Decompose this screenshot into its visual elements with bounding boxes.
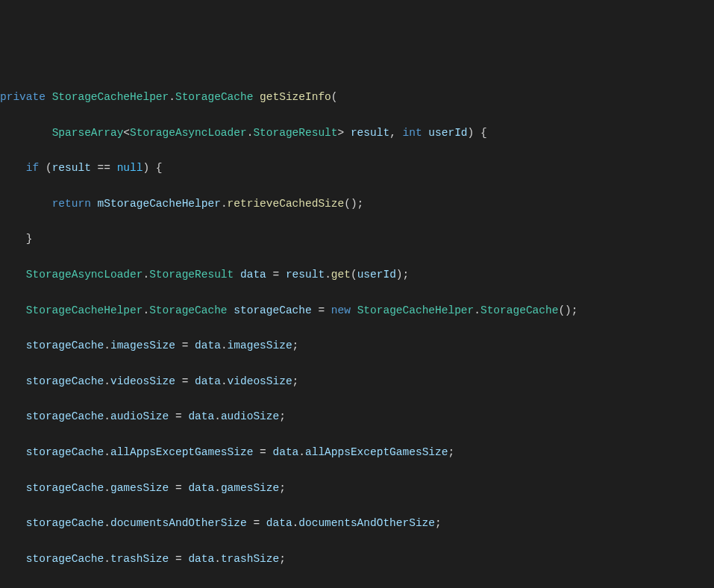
variable: result: [286, 269, 325, 281]
code-line: storageCache.documentsAndOtherSize = dat…: [0, 515, 714, 533]
keyword-int: int: [403, 127, 422, 139]
type-name: StorageCache: [480, 304, 558, 316]
field: documentsAndOtherSize: [298, 517, 435, 529]
type-name: StorageAsyncLoader: [130, 127, 247, 139]
variable: storageCache: [26, 410, 104, 422]
method-name: getSizeInfo: [260, 91, 331, 103]
field: trashSize: [110, 553, 169, 565]
variable: data: [188, 410, 214, 422]
variable: result: [52, 162, 91, 174]
variable: storageCache: [26, 446, 104, 458]
variable: storageCache: [26, 340, 104, 351]
code-line: StorageAsyncLoader.StorageResult data = …: [0, 266, 714, 284]
type-name: StorageCacheHelper: [52, 91, 169, 103]
code-line: storageCache.imagesSize = data.imagesSiz…: [0, 337, 714, 355]
field: audioSize: [110, 410, 169, 422]
code-line: }: [0, 231, 714, 248]
type-name: StorageCacheHelper: [357, 304, 475, 316]
variable: data: [188, 482, 214, 494]
field: allAppsExceptGamesSize: [305, 446, 448, 458]
variable: data: [272, 446, 298, 458]
variable: storageCache: [234, 304, 311, 316]
method-call: retrieveCachedSize: [228, 198, 345, 210]
code-line: storageCache.videosSize = data.videosSiz…: [0, 373, 714, 391]
null-literal: null: [117, 162, 143, 174]
variable: data: [188, 553, 214, 565]
code-line: storageCache.gamesSize = data.gamesSize;: [0, 480, 714, 498]
type-name: StorageCacheHelper: [26, 304, 143, 316]
type-name: StorageCache: [149, 304, 227, 316]
code-line: return mStorageCacheHelper.retrieveCache…: [0, 196, 714, 213]
keyword-new: new: [331, 304, 351, 316]
field: videosSize: [110, 375, 175, 387]
type-name: StorageResult: [253, 127, 337, 139]
type-name: StorageAsyncLoader: [26, 269, 143, 281]
code-line: storageCache.allAppsExceptGamesSize = da…: [0, 444, 714, 462]
code-line: StorageCacheHelper.StorageCache storageC…: [0, 302, 714, 320]
type-name: SparseArray: [52, 127, 124, 139]
variable: data: [195, 340, 221, 351]
variable: data: [266, 517, 292, 529]
param: result: [351, 127, 389, 139]
variable: data: [195, 375, 221, 387]
type-name: StorageResult: [149, 269, 234, 281]
method-call: get: [331, 269, 351, 281]
field: mStorageCacheHelper: [98, 198, 221, 210]
variable: storageCache: [26, 375, 104, 387]
field: trashSize: [221, 553, 279, 565]
field: videosSize: [228, 375, 292, 387]
code-line: storageCache.audioSize = data.audioSize;: [0, 408, 714, 426]
code-line: if (result == null) {: [0, 160, 714, 178]
code-editor[interactable]: private StorageCacheHelper.StorageCache …: [0, 71, 714, 588]
code-line: SparseArray<StorageAsyncLoader.StorageRe…: [0, 125, 714, 143]
code-line: private StorageCacheHelper.StorageCache …: [0, 89, 714, 107]
variable: storageCache: [26, 482, 104, 494]
keyword-private: private: [0, 91, 46, 103]
type-name: StorageCache: [175, 91, 253, 103]
variable: userId: [357, 269, 396, 281]
field: imagesSize: [110, 340, 175, 351]
keyword-if: if: [26, 162, 39, 174]
field: documentsAndOtherSize: [110, 517, 247, 529]
field: imagesSize: [228, 340, 292, 351]
field: audioSize: [221, 410, 279, 422]
keyword-return: return: [52, 198, 91, 210]
param: userId: [428, 127, 467, 139]
variable: data: [240, 269, 266, 281]
field: gamesSize: [221, 482, 279, 494]
variable: storageCache: [26, 553, 104, 565]
field: gamesSize: [110, 482, 169, 494]
field: allAppsExceptGamesSize: [110, 446, 253, 458]
code-line: storageCache.trashSize = data.trashSize;: [0, 551, 714, 569]
variable: storageCache: [26, 517, 104, 529]
